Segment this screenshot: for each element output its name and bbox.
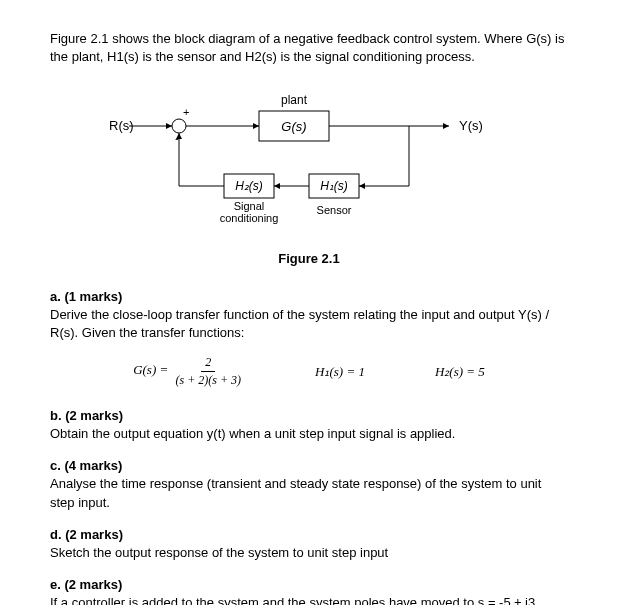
eq-h1: H₁(s) = 1: [315, 363, 365, 381]
part-a-text: Derive the close-loop transfer function …: [50, 306, 568, 342]
eq-h2: H₂(s) = 5: [435, 363, 485, 381]
part-c-text: Analyse the time response (transient and…: [50, 475, 568, 511]
h2-label1: Signal: [234, 200, 265, 212]
intro-text: Figure 2.1 shows the block diagram of a …: [50, 30, 568, 66]
h1-label: Sensor: [317, 204, 352, 216]
h2-label2: conditioning: [220, 212, 279, 224]
part-e-text: If a controller is added to the system a…: [50, 594, 568, 605]
svg-marker-12: [359, 183, 365, 189]
output-label: Y(s): [459, 118, 483, 133]
svg-text:+: +: [183, 106, 189, 118]
part-b: b. (2 marks) Obtain the output equation …: [50, 407, 568, 443]
part-a-head: a. (1 marks): [50, 288, 568, 306]
block-diagram: + - R(s) G(s) plant Y(s) H₁(s) Sensor H₂…: [109, 86, 509, 267]
part-b-head: b. (2 marks): [50, 407, 568, 425]
part-c-head: c. (4 marks): [50, 457, 568, 475]
svg-marker-4: [166, 123, 172, 129]
input-label: R(s): [109, 118, 134, 133]
eq-g: G(s) = 2 (s + 2)(s + 3): [133, 354, 245, 389]
part-b-text: Obtain the output equation y(t) when a u…: [50, 425, 568, 443]
figure-caption: Figure 2.1: [109, 250, 509, 268]
h1-block: H₁(s): [320, 179, 348, 193]
part-d: d. (2 marks) Sketch the output response …: [50, 526, 568, 562]
equations: G(s) = 2 (s + 2)(s + 3) H₁(s) = 1 H₂(s) …: [50, 354, 568, 389]
part-d-text: Sketch the output response of the system…: [50, 544, 568, 562]
svg-marker-15: [274, 183, 280, 189]
h2-block: H₂(s): [235, 179, 263, 193]
part-c: c. (4 marks) Analyse the time response (…: [50, 457, 568, 512]
plant-block: G(s): [281, 119, 306, 134]
svg-marker-6: [253, 123, 259, 129]
part-e-head: e. (2 marks): [50, 576, 568, 594]
part-d-head: d. (2 marks): [50, 526, 568, 544]
svg-marker-9: [443, 123, 449, 129]
svg-point-0: [172, 119, 186, 133]
part-a: a. (1 marks) Derive the close-loop trans…: [50, 288, 568, 389]
plant-label: plant: [281, 93, 308, 107]
part-e: e. (2 marks) If a controller is added to…: [50, 576, 568, 605]
